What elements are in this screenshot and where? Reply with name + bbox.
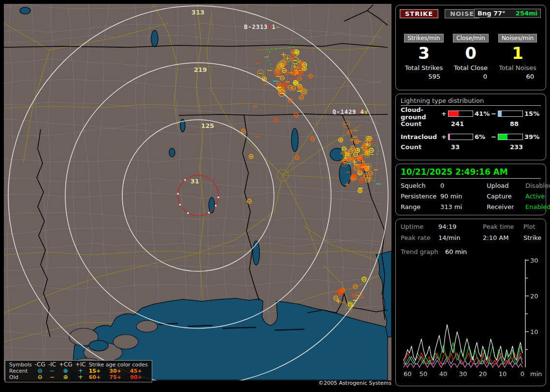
age-15: 15+ bbox=[87, 368, 108, 374]
squelch-value: 0 bbox=[440, 182, 487, 189]
legend-old-label: Old bbox=[8, 374, 33, 380]
ic-neg-bar bbox=[498, 134, 523, 140]
svg-text:20: 20 bbox=[530, 293, 538, 300]
trend-graph: 1020306050403020100min bbox=[401, 256, 542, 378]
storm-label: Q-1429+4v bbox=[333, 109, 368, 115]
ring-label-313: 313 bbox=[191, 9, 204, 16]
upload-status: Disabled bbox=[525, 182, 550, 189]
bearing-label: Bng 77° bbox=[478, 10, 506, 17]
bearing-distance: 254mi bbox=[516, 10, 537, 17]
map-canvas[interactable]: 31125219313B-2313+1−Q-1429+4v bbox=[4, 4, 391, 380]
ic-minus-icon: − bbox=[47, 374, 58, 380]
total-noises-value: 60 bbox=[494, 73, 541, 80]
map-legend: Symbols -CG -IC +CG +IC Strike age color… bbox=[5, 360, 152, 382]
ic-pos-bar bbox=[448, 134, 473, 140]
capture-label: Capture bbox=[487, 193, 525, 200]
peak-rate-label: Peak rate bbox=[401, 234, 438, 241]
strikes-per-min-chip[interactable]: Strikes/min bbox=[404, 34, 443, 42]
plot-value: Strike bbox=[523, 234, 541, 241]
minus-sign: − bbox=[491, 110, 496, 117]
ring-label-31: 31 bbox=[190, 178, 199, 185]
datetime: 10/21/2025 2:49:16 AM bbox=[401, 167, 541, 179]
svg-text:50: 50 bbox=[420, 370, 428, 378]
squelch-label: Squelch bbox=[401, 182, 440, 189]
legend-row-old: Old ⊖ − ⊕ + 60+ 75+ 90+ bbox=[8, 374, 149, 380]
lightning-map[interactable]: 31125219313B-2313+1−Q-1429+4v Symbols -C… bbox=[4, 4, 391, 386]
total-strikes-value: 595 bbox=[401, 73, 447, 80]
cloud-ground-label: Cloud-ground bbox=[401, 106, 441, 121]
cg-neg-pct: 15% bbox=[524, 110, 541, 117]
svg-text:10: 10 bbox=[499, 370, 507, 378]
trend-panel: Uptime 94:19 Peak time Plot Peak rate 14… bbox=[395, 219, 546, 386]
age-60: 60+ bbox=[87, 374, 108, 380]
ic-neg-count: 233 bbox=[510, 143, 523, 151]
svg-text:30: 30 bbox=[530, 257, 538, 264]
plus-sign: + bbox=[441, 110, 447, 117]
status-panel: 10/21/2025 2:49:16 AM Squelch 0 Upload D… bbox=[395, 164, 546, 215]
cg-pos-pct: 41% bbox=[475, 110, 491, 117]
noises-per-min-chip[interactable]: Noises/min bbox=[498, 34, 537, 42]
cg-neg-count: 88 bbox=[510, 120, 519, 127]
receiver-label: Receiver bbox=[487, 203, 525, 210]
upload-label: Upload bbox=[487, 182, 525, 189]
persistence-label: Persistence bbox=[401, 193, 440, 200]
ring-label-219: 219 bbox=[194, 66, 207, 73]
persistence-value: 90 min bbox=[440, 193, 487, 200]
svg-text:30: 30 bbox=[459, 370, 467, 378]
capture-status: Active bbox=[525, 193, 550, 200]
ic-neg-pct: 39% bbox=[524, 133, 541, 140]
trend-graph-label: Trend graph bbox=[401, 248, 438, 255]
ic-plus-icon: + bbox=[74, 374, 87, 380]
total-noises-label: Total Noises bbox=[494, 64, 541, 71]
plus-sign: + bbox=[441, 133, 447, 140]
svg-text:40: 40 bbox=[439, 370, 448, 378]
legend-header-age: Strike age color codes bbox=[87, 362, 149, 368]
strikes-per-min-value: 3 bbox=[401, 43, 447, 63]
close-per-min-chip[interactable]: Close/min bbox=[453, 34, 488, 42]
bearing-readout: Bng 77° 254mi bbox=[474, 9, 541, 18]
receiver-status: Enabled bbox=[525, 203, 550, 210]
peak-time-label: Peak time bbox=[483, 223, 523, 230]
plot-label: Plot bbox=[523, 223, 541, 230]
app-root: { "header": { "strike_btn": "STRIKE", "n… bbox=[0, 0, 550, 392]
svg-text:20: 20 bbox=[479, 370, 487, 378]
legend-recent-label: Recent bbox=[8, 368, 33, 374]
intracloud-count-row: Count 33 233 bbox=[401, 141, 541, 152]
intracloud-row: Intracloud + 6% − 39% bbox=[401, 132, 541, 141]
trend-series-strikes bbox=[404, 324, 522, 360]
total-close-value: 0 bbox=[448, 73, 494, 80]
svg-text:10: 10 bbox=[530, 328, 538, 336]
age-30: 30+ bbox=[108, 368, 129, 374]
ring-label-125: 125 bbox=[201, 122, 214, 129]
uptime-label: Uptime bbox=[401, 223, 438, 230]
cg-pos-bar bbox=[448, 111, 473, 117]
svg-text:0: 0 bbox=[521, 370, 524, 378]
svg-text:60: 60 bbox=[404, 370, 412, 378]
count-label: Count bbox=[401, 143, 451, 151]
cloud-ground-row: Cloud-ground + 41% − 15% bbox=[401, 109, 541, 118]
noises-per-min-value: 1 bbox=[494, 43, 541, 63]
storm-label: B-2313+1− bbox=[244, 24, 280, 30]
minus-sign: − bbox=[491, 133, 496, 140]
cg-minus-icon: ⊖ bbox=[33, 374, 47, 380]
trend-window-value: 60 min bbox=[445, 248, 467, 255]
cg-pos-count: 241 bbox=[451, 120, 510, 127]
trend-series-cg+ bbox=[404, 353, 522, 364]
total-close-label: Total Close bbox=[448, 64, 494, 71]
legend-header-symbols: Symbols bbox=[8, 362, 33, 368]
total-strikes-label: Total Strikes bbox=[401, 64, 447, 71]
age-75: 75+ bbox=[108, 374, 129, 380]
trend-series-cg- bbox=[404, 353, 522, 364]
intracloud-label: Intracloud bbox=[401, 133, 441, 140]
cg-plus-icon: ⊕ bbox=[58, 374, 74, 380]
ic-pos-pct: 6% bbox=[475, 133, 491, 140]
stats-panel: STRIKE NOISE Bng 77° 254mi Strikes/min 3… bbox=[395, 5, 546, 90]
uptime-value: 94:19 bbox=[438, 223, 483, 230]
cloud-ground-count-row: Count 241 88 bbox=[401, 118, 541, 129]
age-90: 90+ bbox=[129, 374, 149, 380]
cg-neg-bar bbox=[498, 111, 523, 117]
ic-pos-count: 33 bbox=[451, 143, 510, 151]
svg-text:min: min bbox=[530, 370, 542, 378]
strike-mode-button[interactable]: STRIKE bbox=[400, 9, 438, 18]
peak-time-value: 2:10 AM bbox=[483, 234, 523, 241]
